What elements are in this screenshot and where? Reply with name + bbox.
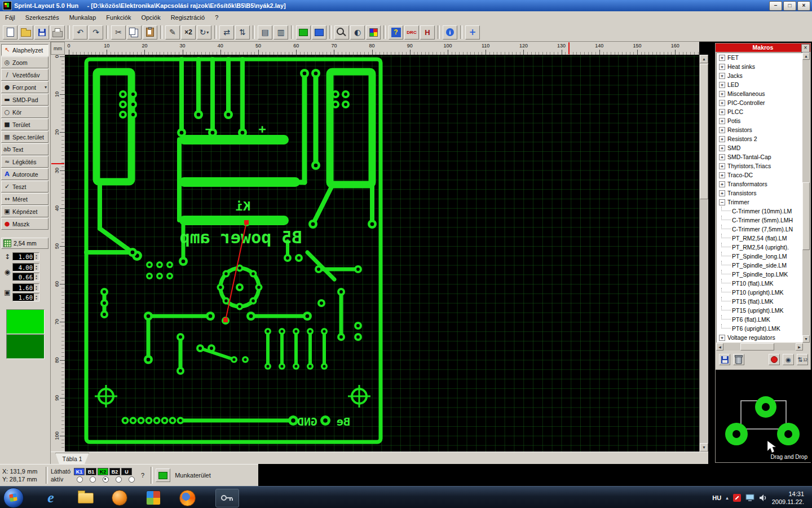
layer-U-button[interactable]: U (121, 468, 132, 475)
redo-button[interactable]: ↷ (89, 25, 103, 40)
macro-category[interactable]: +Resistors 2 (717, 134, 802, 143)
paste-button[interactable] (143, 25, 157, 40)
macro-category[interactable]: +FET (717, 53, 802, 62)
sheet-tab[interactable]: Tábla 1 (55, 453, 89, 465)
expand-icon[interactable]: + (719, 154, 725, 160)
macro-item[interactable]: C-Trimmer (10mm).LM (717, 207, 802, 216)
scrollbar-thumb[interactable] (740, 343, 774, 351)
quicklaunch-media-player[interactable] (111, 489, 128, 506)
tool-area-button[interactable]: ■Terület (1, 119, 48, 130)
maximize-button[interactable]: □ (783, 1, 796, 11)
hpgl-button[interactable]: H (420, 25, 435, 40)
macro-category[interactable]: +Thyristors,Triacs (717, 161, 802, 170)
layer-color-top[interactable] (6, 309, 45, 334)
pad-inner-spinner[interactable]: ▴▾ (34, 273, 39, 281)
tool-text-button[interactable]: abText (1, 143, 48, 155)
layer-U-radio[interactable] (129, 476, 135, 483)
help-button[interactable]: ? (389, 25, 403, 40)
track-width-spinner[interactable]: ▴▾ (34, 253, 39, 260)
mirrorh-button[interactable]: ⇄ (219, 25, 234, 40)
footprint-button[interactable]: + (465, 25, 480, 40)
save-macro-button[interactable] (719, 354, 730, 365)
macro-item[interactable]: PT_Spindle_long.LM (717, 252, 802, 261)
tool-photo-button[interactable]: ▣Képnézet (1, 205, 48, 217)
track-width-field[interactable]: 1.00 ▴▾ (12, 252, 39, 261)
macro-item[interactable]: PT_RM2,54 (flat).LM (717, 234, 802, 243)
macro-category[interactable]: +Traco-DC (717, 170, 802, 179)
undo-button[interactable]: ↶ (73, 25, 87, 40)
macro-tree-vertical-scrollbar[interactable]: ▲ ▼ (802, 52, 810, 343)
language-indicator[interactable]: HU (712, 494, 721, 501)
expand-icon[interactable]: + (719, 64, 725, 70)
expand-icon[interactable]: + (719, 163, 725, 169)
colors-button[interactable] (366, 25, 381, 40)
menu-item-2[interactable]: Szerkesztés (20, 13, 64, 22)
expand-icon[interactable]: + (719, 91, 725, 97)
scroll-down-icon[interactable]: ▼ (802, 335, 810, 343)
macro-category[interactable]: +SMD-Tantal-Cap (717, 152, 802, 161)
layer-K2-radio[interactable] (103, 476, 109, 483)
macro-category[interactable]: +Heat sinks (717, 62, 802, 71)
macro-item[interactable]: PT6 (flat).LMK (717, 315, 802, 324)
tool-track-button[interactable]: /Vezetősáv (1, 69, 48, 81)
zoom2x-button[interactable]: ×2 (181, 25, 196, 40)
expand-icon[interactable]: + (719, 100, 725, 106)
quicklaunch-explorer[interactable] (77, 489, 94, 506)
pcb-canvas[interactable]: −+KiB5 power ampGNDBe (65, 55, 699, 452)
macro-view-button[interactable]: ◉ (783, 354, 794, 365)
tool-mask-button[interactable]: ●Maszk (1, 218, 48, 230)
macro-category[interactable]: +PLCC (717, 107, 802, 116)
collapse-icon[interactable]: − (719, 199, 725, 205)
tool-smd-button[interactable]: ▬SMD-Pad (1, 94, 48, 106)
copy-button[interactable] (127, 25, 142, 40)
pad-outer-field[interactable]: 4.00 ▴▾ (12, 263, 39, 271)
macro-item[interactable]: PT10 (flat).LMK (717, 279, 802, 288)
scroll-left-icon[interactable]: ◀ (716, 343, 723, 351)
scrollbar-thumb[interactable] (700, 64, 708, 199)
macro-item[interactable]: PT15 (upright).LMK (717, 306, 802, 315)
scroll-up-icon[interactable]: ▲ (700, 55, 708, 63)
print-button[interactable] (50, 25, 65, 40)
layerbottom-button[interactable] (312, 25, 326, 40)
pad-outer-spinner[interactable]: ▴▾ (34, 264, 39, 271)
start-button[interactable] (3, 488, 24, 508)
rotate-button[interactable]: ↻▾ (197, 25, 211, 40)
macro-category[interactable]: +LED (717, 80, 802, 89)
smd-width-spinner[interactable]: ▴▾ (34, 284, 39, 291)
macro-tree-horizontal-scrollbar[interactable]: ◀ ▶ (716, 343, 803, 351)
stamp-button[interactable]: ✎ (165, 25, 180, 40)
quicklaunch-firefox[interactable] (179, 489, 196, 506)
macro-item[interactable]: PT10 (upright).LMK (717, 288, 802, 297)
tool-autoroute-button[interactable]: AAutoroute (1, 168, 48, 180)
expand-icon[interactable]: + (719, 145, 725, 151)
macro-category[interactable]: +Voltage regulators (717, 333, 802, 342)
open-button[interactable] (19, 25, 33, 40)
layer-B2-radio[interactable] (116, 476, 122, 483)
layer-K2-button[interactable]: K2 (98, 468, 108, 475)
expand-icon[interactable]: + (719, 335, 725, 341)
macro-item[interactable]: PT15 (flat).LMK (717, 297, 802, 306)
expand-icon[interactable]: + (719, 73, 725, 79)
canvas-vertical-scrollbar[interactable]: ▲ ▼ (699, 55, 708, 452)
mirrorv-button[interactable]: ⇅ (235, 25, 250, 40)
menu-item-7[interactable]: ? (210, 13, 223, 22)
quicklaunch-internet-explorer[interactable]: e (42, 489, 59, 506)
network-icon[interactable] (745, 494, 754, 502)
macro-item[interactable]: PT_Spindle_side.LM (717, 261, 802, 270)
expand-icon[interactable]: + (719, 55, 725, 61)
smd-height-spinner[interactable]: ▴▾ (34, 294, 39, 301)
tool-zoom-button[interactable]: ◎Zoom (1, 56, 48, 68)
macro-category[interactable]: +Transistors (717, 189, 802, 198)
tool-measure-button[interactable]: ↔Méret (1, 193, 48, 205)
save-button[interactable] (34, 25, 49, 40)
scroll-right-icon[interactable]: ▶ (796, 343, 803, 351)
macro-category[interactable]: −Trimmer (717, 198, 802, 207)
menu-item-4[interactable]: Funkciók (101, 13, 136, 22)
macro-category[interactable]: +Transformators (717, 179, 802, 189)
taskbar-app-button[interactable] (215, 489, 239, 507)
menu-item-5[interactable]: Opciók (136, 13, 165, 22)
volume-icon[interactable] (759, 494, 767, 502)
layer-K1-radio[interactable] (77, 476, 83, 483)
tool-circle-button[interactable]: ○Kör (1, 106, 48, 118)
expand-icon[interactable]: + (719, 181, 725, 187)
